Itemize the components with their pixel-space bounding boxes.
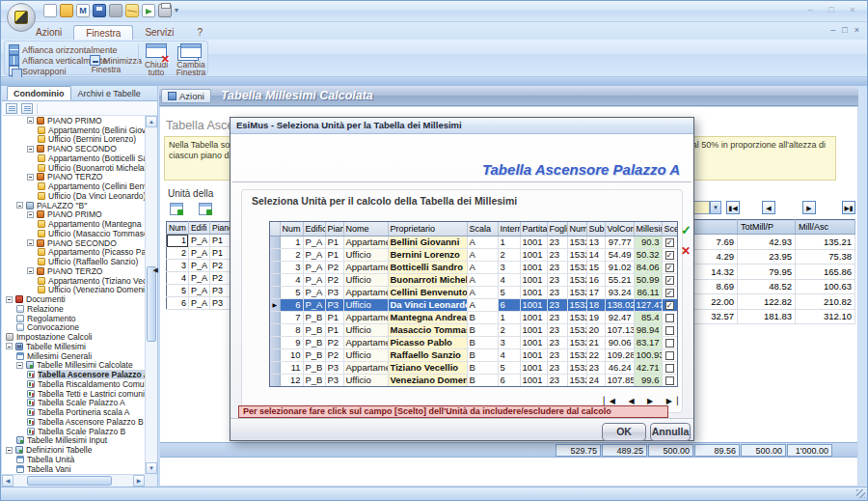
toolbar-overflow-icon[interactable]: ▾ — [175, 4, 178, 17]
sidebar-tab-archivi-e-tabelle[interactable]: Archivi e Tabelle — [71, 86, 148, 100]
dialog-titlebar[interactable]: EsiMus - Seleziona Unità per la Tabella … — [231, 118, 693, 134]
grid-cell[interactable]: Tiziano Vecellio — [388, 361, 467, 374]
grid-cell[interactable]: 13 — [586, 236, 605, 248]
grid-cell[interactable]: 1532 — [567, 323, 586, 336]
grid-cell[interactable]: Appartamento — [343, 261, 388, 273]
grid-cell[interactable]: 1001 — [520, 286, 547, 298]
grid-cell[interactable]: 11 — [280, 361, 303, 374]
grid-row-selector[interactable] — [270, 248, 280, 261]
grid-cell[interactable]: 1532 — [567, 248, 586, 261]
grid-cell[interactable]: 1532 — [567, 361, 586, 374]
grid-cell[interactable]: 1001 — [520, 236, 547, 248]
export-table-icon-2[interactable] — [199, 203, 212, 215]
tree-item[interactable]: Tabella Scale Palazzo A — [2, 399, 145, 408]
tree-expander-icon[interactable] — [27, 267, 34, 274]
grid-cell[interactable]: 1532 — [567, 273, 586, 286]
tree-expander-icon[interactable] — [27, 117, 34, 124]
grid-cell[interactable]: 8 — [280, 323, 303, 336]
grid-cell[interactable]: 23 — [547, 273, 567, 286]
grid-cell-scelto[interactable] — [662, 348, 677, 361]
grid-cell[interactable]: Veneziano Domenico — [388, 374, 467, 386]
tree-item[interactable]: PIANO TERZO — [2, 266, 145, 276]
grid-cell[interactable]: Botticelli Sandro — [388, 261, 467, 273]
previous-record-icon[interactable]: ◀ — [628, 397, 634, 405]
last-record-icon[interactable]: ▶ — [666, 397, 678, 405]
save-icon[interactable] — [93, 4, 106, 17]
grid-cell[interactable]: P_B — [303, 348, 325, 361]
grid-cell[interactable]: 107.13 — [605, 323, 634, 336]
grid-cell[interactable]: 23 — [547, 286, 567, 298]
grid-cell[interactable]: 1001 — [520, 336, 547, 348]
tree-item[interactable]: PALAZZO "B" — [2, 201, 145, 210]
ribbon-tab-servizi[interactable]: Servizi — [133, 25, 185, 40]
grid-cell[interactable]: 84.06 — [634, 261, 662, 273]
scrollbar-thumb[interactable] — [147, 266, 156, 342]
grid-cell[interactable]: 107.85 — [605, 374, 634, 386]
grid-cell[interactable]: 3 — [280, 261, 303, 273]
scelto-checkbox[interactable] — [665, 314, 674, 322]
scelto-checkbox[interactable] — [665, 351, 674, 360]
grid-column-header[interactable]: Piano — [325, 222, 343, 236]
grid-cell[interactable]: P3 — [325, 374, 343, 386]
grid-row[interactable]: 11P_BP3AppartamentoTiziano VecellioB5100… — [270, 361, 677, 374]
scelto-checkbox[interactable] — [665, 326, 674, 335]
grid-cell[interactable]: Appartamento — [343, 361, 388, 374]
print-icon[interactable] — [158, 4, 172, 17]
grid-cell[interactable]: P1 — [325, 311, 343, 323]
scelto-checkbox[interactable] — [665, 376, 674, 385]
tree-item[interactable]: Appartamento (Picasso Pa — [2, 248, 145, 258]
grid-row-selector[interactable] — [270, 261, 280, 273]
grid-cell[interactable]: 18 — [586, 298, 605, 311]
azioni-button[interactable]: Azioni — [161, 89, 211, 103]
tree-item[interactable]: Definizioni Tabelle — [2, 445, 145, 455]
units-table-cell[interactable]: P2 — [209, 272, 230, 285]
grid-row[interactable]: 5P_AP3AppartamentoCellini BenvenutoA5100… — [270, 286, 677, 298]
grid-cell[interactable]: 14 — [586, 248, 605, 261]
child-minimize-icon[interactable]: – — [830, 25, 835, 35]
tree-item[interactable]: Appartamento (Cellini Benv — [2, 181, 145, 191]
grid-cell[interactable]: 85.4 — [634, 311, 662, 323]
scelto-checkbox[interactable] — [665, 301, 674, 310]
resize-grip-icon[interactable] — [856, 489, 865, 498]
grid-cell-scelto[interactable] — [662, 236, 677, 248]
tree-item[interactable]: Ufficio (Raffaello Sanzio) — [2, 257, 145, 266]
grid-cell[interactable]: 1532 — [567, 311, 586, 323]
tree-item[interactable]: Ufficio (Da Vinci Leonardo) — [2, 191, 145, 201]
ribbon-tab-help[interactable]: ? — [185, 25, 214, 40]
grid-cell[interactable]: 23 — [547, 336, 567, 348]
units-table-cell[interactable]: P_A — [188, 260, 209, 272]
units-table-cell[interactable]: 6 — [167, 297, 189, 310]
grid-row[interactable]: 12P_BP3UfficioVeneziano DomenicoB6100123… — [270, 374, 677, 386]
tree-item[interactable]: Ufficio (Bernini Lorenzo) — [2, 135, 145, 145]
grid-cell[interactable]: 1532 — [567, 374, 586, 386]
tree-item[interactable]: Tabella Portineria scala A — [2, 407, 145, 417]
grid-cell[interactable]: 4 — [498, 273, 520, 286]
grid-cell[interactable]: 23 — [547, 236, 567, 248]
grid-column-header[interactable]: Interno — [498, 222, 520, 236]
tree-expander-icon[interactable] — [16, 362, 23, 369]
grid-cell[interactable]: Masaccio Tommaso — [388, 323, 467, 336]
grid-cell[interactable]: P1 — [325, 323, 343, 336]
tree-expander-icon[interactable] — [27, 174, 34, 181]
units-table-cell[interactable]: P2 — [209, 260, 230, 272]
grid-cell[interactable]: P_A — [303, 248, 325, 261]
grid-cell[interactable]: P_A — [303, 298, 325, 311]
ok-button[interactable]: OK — [602, 423, 646, 441]
grid-cell[interactable]: Ufficio — [343, 323, 388, 336]
grid-cell[interactable]: P3 — [325, 361, 343, 374]
grid-cell[interactable]: Picasso Pablo — [388, 336, 467, 348]
millesimi-table-header[interactable]: Mill/Asc — [796, 220, 855, 235]
close-icon[interactable]: × — [846, 5, 859, 14]
grid-cell[interactable]: A — [467, 298, 498, 311]
grid-cell[interactable]: 1001 — [520, 298, 547, 311]
grid-row[interactable]: 3P_AP2AppartamentoBotticelli SandroA3100… — [270, 261, 677, 273]
tree-item[interactable]: PIANO TERZO — [2, 173, 145, 182]
grid-cell[interactable]: 42.71 — [634, 361, 662, 374]
grid-cell[interactable]: P_B — [303, 323, 325, 336]
grid-cell[interactable]: B — [467, 348, 498, 361]
units-table-cell[interactable]: P1 — [209, 247, 230, 260]
sidebar-tab-condominio[interactable]: Condominio — [7, 86, 71, 100]
grid-cell[interactable]: 1001 — [520, 248, 547, 261]
tree-expander-icon[interactable] — [27, 211, 34, 218]
units-table-cell[interactable]: P_A — [188, 297, 209, 310]
